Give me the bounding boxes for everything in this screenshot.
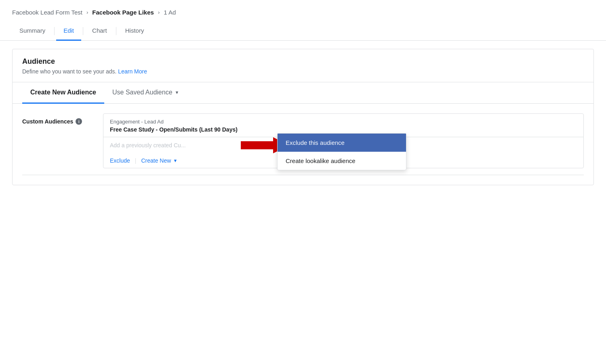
breadcrumb-sep-1: › (86, 9, 88, 15)
saved-audience-dropdown-arrow: ▼ (175, 90, 179, 95)
bottom-divider (22, 175, 584, 175)
main-card: Audience Define who you want to see your… (12, 49, 594, 185)
custom-audiences-label: Custom Audiences i (22, 113, 95, 125)
tab-edit[interactable]: Edit (56, 21, 81, 41)
tab-divider-3 (116, 27, 116, 35)
breadcrumb-item-1[interactable]: Facebook Lead Form Test (12, 9, 82, 16)
breadcrumb: Facebook Lead Form Test › Facebook Page … (0, 0, 606, 21)
tab-chart[interactable]: Chart (85, 21, 114, 41)
audience-subtitle: Define who you want to see your ads. Lea… (22, 68, 584, 75)
tab-summary[interactable]: Summary (12, 21, 53, 41)
tab-divider-2 (83, 27, 83, 35)
tab-history[interactable]: History (118, 21, 152, 41)
audience-header: Audience Define who you want to see your… (13, 49, 593, 82)
tab-divider-1 (54, 27, 55, 35)
audience-tab-create-new[interactable]: Create New Audience (22, 82, 104, 104)
audience-title: Audience (22, 57, 584, 66)
create-new-dropdown-arrow: ▼ (173, 158, 177, 163)
actions-divider: | (135, 157, 137, 164)
create-new-link[interactable]: Create New ▼ (141, 157, 177, 164)
context-dropdown-menu: Exclude this audience Create lookalike a… (277, 133, 406, 170)
exclude-link[interactable]: Exclude (110, 157, 130, 164)
audience-category: Engagement - Lead Ad (110, 119, 577, 125)
add-audience-placeholder: Add a previously created Cu... (110, 142, 186, 149)
add-audience-row[interactable]: Add a previously created Cu... Exclude t… (103, 137, 583, 153)
custom-audiences-input-area: Engagement - Lead Ad Free Case Study - O… (103, 113, 584, 168)
top-tabs: Summary Edit Chart History (0, 21, 606, 41)
audience-name: Free Case Study - Open/Submits (Last 90 … (110, 126, 577, 133)
breadcrumb-item-3[interactable]: 1 Ad (164, 9, 176, 16)
audience-type-tabs: Create New Audience Use Saved Audience ▼ (13, 82, 593, 104)
learn-more-link[interactable]: Learn More (118, 68, 147, 75)
exclude-audience-menu-item[interactable]: Exclude this audience (278, 134, 406, 152)
custom-audiences-info-icon[interactable]: i (76, 118, 82, 125)
breadcrumb-sep-2: › (158, 9, 160, 15)
audience-form: Custom Audiences i Engagement - Lead Ad … (13, 104, 593, 185)
audience-tab-use-saved[interactable]: Use Saved Audience ▼ (104, 82, 187, 104)
breadcrumb-item-2[interactable]: Facebook Page Likes (92, 9, 154, 16)
custom-audiences-row: Custom Audiences i Engagement - Lead Ad … (22, 113, 584, 168)
create-lookalike-menu-item[interactable]: Create lookalike audience (278, 152, 406, 170)
